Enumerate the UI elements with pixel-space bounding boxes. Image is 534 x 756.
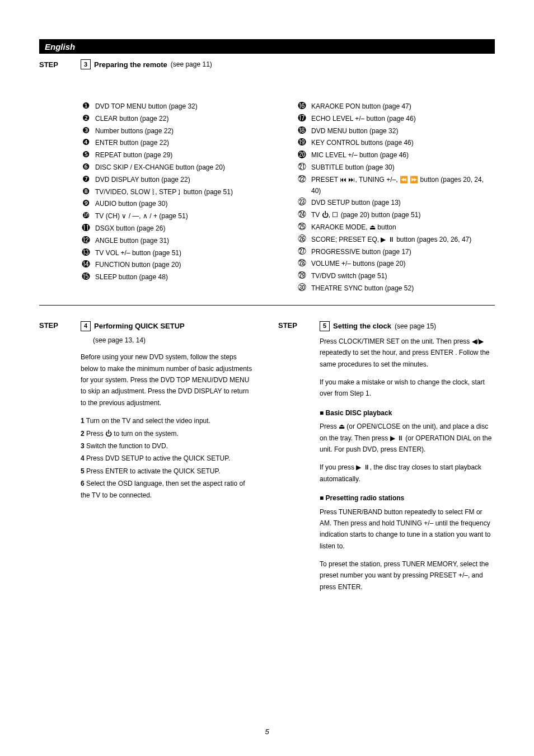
- bullet-27: ㉗: [297, 247, 307, 256]
- bullet-16: ⓰: [297, 101, 307, 111]
- ctrl-1: DVD TOP MENU button (page 32): [95, 101, 279, 112]
- bullet-5: ❺: [81, 150, 91, 159]
- bullet-19: ⓳: [297, 138, 307, 147]
- bullet-11: ⓫: [81, 223, 91, 233]
- ctrl-29: TV/DVD switch (page 51): [311, 271, 495, 282]
- step3-left-col: ❶DVD TOP MENU button (page 32) ❷CLEAR bu…: [81, 101, 279, 295]
- step5-section: STEP 5 Setting the clock (see page 15) P…: [278, 320, 495, 610]
- bullet-23: ㉓: [297, 198, 307, 207]
- step3-label: STEP: [39, 59, 67, 295]
- ctrl-15: SLEEP button (page 48): [95, 272, 279, 283]
- ctrl-12: ANGLE button (page 31): [95, 236, 279, 247]
- ctrl-7: DVD DISPLAY button (page 22): [95, 175, 279, 186]
- ctrl-19: KEY CONTROL buttons (page 46): [311, 138, 495, 149]
- ctrl-18: DVD MENU button (page 32): [311, 126, 495, 137]
- s4-n3: 3: [81, 442, 85, 450]
- step4-title: Performing QUICK SETUP: [94, 320, 185, 332]
- ctrl-11: DSGX button (page 26): [95, 223, 279, 234]
- language-header-text: English: [45, 42, 75, 51]
- step5-label: STEP: [278, 320, 306, 600]
- ctrl-17: ECHO LEVEL +/– button (page 46): [311, 114, 495, 125]
- step3-title: Preparing the remote: [94, 60, 167, 69]
- ctrl-5: REPEAT button (page 29): [95, 150, 279, 161]
- bullet-6: ❻: [81, 162, 91, 172]
- ctrl-24: TV ⏻, ☐ (page 20) button (page 51): [311, 210, 495, 221]
- ctrl-23: DVD SETUP button (page 13): [311, 198, 495, 209]
- step3-note: (see page 11): [171, 60, 212, 68]
- ctrl-14: FUNCTION button (page 20): [95, 260, 279, 271]
- page-number: 5: [0, 727, 534, 736]
- step4-intro: Before using your new DVD system, follow…: [81, 351, 256, 408]
- ctrl-20: MIC LEVEL +/– button (page 46): [311, 150, 495, 161]
- playback-heading: ■ Basic DISC playback: [320, 407, 495, 419]
- s4-n1: 1: [81, 417, 85, 425]
- bullet-7: ❼: [81, 175, 91, 184]
- bullet-30: ㉚: [297, 283, 307, 293]
- bullet-10: ❿: [81, 211, 91, 220]
- ctrl-10: TV (CH) ∨ / —, ∧ / + (page 51): [95, 211, 279, 222]
- ctrl-27: PROGRESSIVE button (page 17): [311, 247, 495, 258]
- step5-note: (see page 15): [395, 321, 436, 332]
- radio-p1: Press TUNER/BAND button repeatedly to se…: [320, 506, 495, 552]
- s4-t4: Press DVD SETUP to active the QUICK SETU…: [86, 454, 230, 462]
- bullet-15: ⓯: [81, 272, 91, 281]
- ctrl-25: KARAOKE MODE, ⏏ button: [311, 222, 495, 233]
- ctrl-30: THEATRE SYNC button (page 52): [311, 283, 495, 294]
- bullet-20: ⓴: [297, 150, 307, 159]
- ctrl-6: DISC SKIP / EX-CHANGE button (page 20): [95, 162, 279, 173]
- ctrl-21: SUBTITLE button (page 30): [311, 162, 495, 173]
- step4-section: STEP 4 Performing QUICK SETUP (see page …: [39, 320, 256, 610]
- bullet-9: ❾: [81, 199, 91, 208]
- s4-t6: Select the OSD language, then set the as…: [81, 480, 245, 499]
- ctrl-22: PRESET ⏮ ⏭, TUNING +/–, ⏪ ⏩ button (page…: [311, 175, 495, 197]
- ctrl-4: ENTER button (page 22): [95, 138, 279, 149]
- playback-p1: Press ⏏ (or OPEN/CLOSE on the unit), and…: [320, 421, 495, 455]
- step3-section: STEP 3 Preparing the remote (see page 11…: [39, 59, 495, 306]
- s4-t1: Turn on the TV and select the video inpu…: [86, 417, 210, 425]
- step3-title-row: 3 Preparing the remote (see page 11): [81, 59, 495, 69]
- bullet-13: ⓭: [81, 248, 91, 257]
- ctrl-8: TV/VIDEO, SLOW ⦚, STEP ⦌ button (page 51…: [95, 187, 279, 198]
- ctrl-2: CLEAR button (page 22): [95, 114, 279, 125]
- ctrl-28: VOLUME +/– buttons (page 20): [311, 259, 495, 270]
- step4-list: 1 Turn on the TV and select the video in…: [81, 415, 256, 501]
- s4-n4: 4: [81, 454, 85, 462]
- s4-n6: 6: [81, 480, 85, 487]
- step5-number: 5: [320, 321, 330, 331]
- step5-title: Setting the clock: [333, 320, 391, 332]
- bullet-14: ⓮: [81, 260, 91, 269]
- step5-title-row: 5 Setting the clock (see page 15): [320, 320, 495, 332]
- ctrl-13: TV VOL +/– button (page 51): [95, 248, 279, 259]
- step4-title-row: 4 Performing QUICK SETUP: [81, 320, 256, 332]
- s4-n2: 2: [81, 430, 85, 438]
- step4-number: 4: [81, 321, 91, 331]
- step5-p1: Press CLOCK/TIMER SET on the unit. Then …: [320, 336, 495, 370]
- bullet-29: ㉙: [297, 271, 307, 280]
- radio-p2: To preset the station, press TUNER MEMOR…: [320, 558, 495, 593]
- language-header: English: [39, 39, 495, 54]
- bullet-26: ㉖: [297, 234, 307, 244]
- bullet-4: ❹: [81, 138, 91, 147]
- bullet-25: ㉕: [297, 222, 307, 232]
- bullet-2: ❷: [81, 114, 91, 123]
- ctrl-16: KARAOKE PON button (page 47): [311, 101, 495, 112]
- s4-t5: Press ENTER to activate the QUICK SETUP.: [86, 467, 220, 475]
- bullet-22: ㉒: [297, 175, 307, 184]
- bullet-1: ❶: [81, 101, 91, 111]
- bullet-17: ⓱: [297, 114, 307, 123]
- radio-heading: ■ Presetting radio stations: [320, 492, 495, 504]
- ctrl-9: AUDIO button (page 30): [95, 199, 279, 210]
- s4-n5: 5: [81, 467, 85, 475]
- bullet-8: ❽: [81, 187, 91, 196]
- step3-number: 3: [81, 59, 91, 69]
- bullet-21: ㉑: [297, 162, 307, 172]
- ctrl-3: Number buttons (page 22): [95, 126, 279, 137]
- step4-note: (see page 13, 14): [93, 335, 256, 346]
- ctrl-26: SCORE; PRESET EQ, ▶ ⏸ button (pages 20, …: [311, 234, 495, 246]
- step3-right-col: ⓰KARAOKE PON button (page 47) ⓱ECHO LEVE…: [297, 101, 495, 295]
- step4-label: STEP: [39, 320, 67, 600]
- s4-t2: Press ⏻ to turn on the system.: [86, 430, 179, 438]
- bullet-18: ⓲: [297, 126, 307, 135]
- bullet-24: ㉔: [297, 210, 307, 219]
- s4-t3: Switch the function to DVD.: [86, 442, 168, 450]
